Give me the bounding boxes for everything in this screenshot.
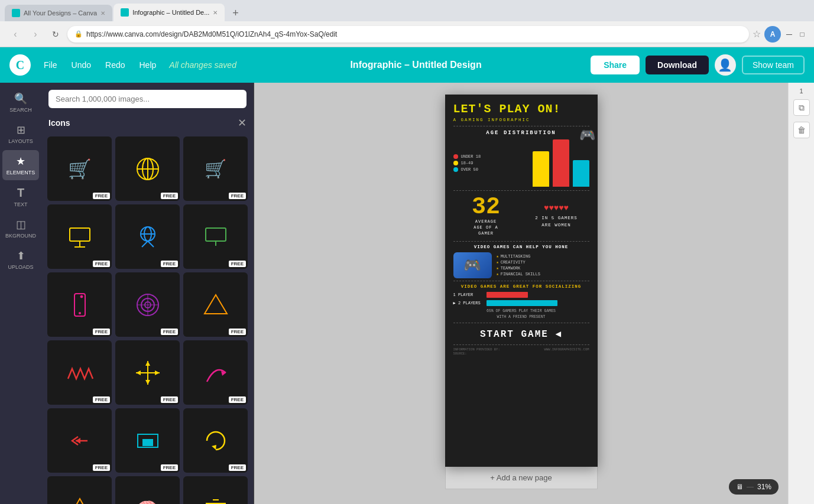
back-btn[interactable]: ‹ — [7, 26, 24, 43]
background-icon: ◫ — [16, 218, 26, 231]
icons-close-btn[interactable]: ✕ — [238, 118, 247, 128]
legend-dot-2 — [453, 161, 458, 165]
elements-icon: ★ — [16, 155, 25, 168]
forward-btn[interactable]: › — [27, 26, 44, 43]
search-input[interactable] — [48, 90, 247, 108]
icon-item-target[interactable]: FREE — [115, 272, 180, 337]
legend-label-1: UNDER 18 — [461, 154, 481, 159]
share-button[interactable]: Share — [591, 56, 640, 74]
legend-label-3: OVER 50 — [461, 167, 478, 172]
show-team-button[interactable]: Show team — [742, 56, 805, 74]
icon-item-triangle[interactable]: FREE — [183, 272, 248, 337]
logo-circle: C — [9, 54, 31, 76]
icon-item-cart[interactable]: 🛒 FREE — [47, 136, 112, 201]
free-badge: FREE — [229, 464, 246, 471]
url-text: https://www.canva.com/design/DAB2Md0M51Q… — [86, 30, 337, 38]
social-bar-fill-2 — [487, 300, 557, 306]
menu-help[interactable]: Help — [134, 57, 163, 73]
bookmark-btn[interactable]: ☆ — [753, 28, 761, 40]
sidebar-item-elements[interactable]: ★ ELEMENTS — [2, 150, 39, 180]
svg-rect-12 — [206, 228, 226, 241]
download-button[interactable]: Download — [646, 56, 709, 74]
icon-item-basket[interactable]: 🛒 FREE — [183, 136, 248, 201]
icon-item-arrows[interactable]: FREE — [115, 340, 180, 405]
sidebar-item-background[interactable]: ◫ BKGROUND — [2, 213, 39, 243]
panel-search-container — [41, 83, 254, 115]
ig-url: WWW.INFOGRAPHICSITE.COM — [544, 347, 589, 356]
profile-initial: A — [770, 30, 776, 38]
gamer-character: 🎮 — [579, 128, 595, 144]
skill-4: ★ FINANCIAL SKILLS — [497, 272, 540, 277]
new-tab-btn[interactable]: + — [227, 5, 244, 21]
sidebar-text-label: TEXT — [14, 201, 27, 207]
icon-item-globe2[interactable]: FREE — [115, 204, 180, 269]
icons-title: Icons — [48, 118, 70, 128]
svg-marker-34 — [69, 499, 91, 505]
sidebar-item-text[interactable]: T TEXT — [2, 181, 39, 212]
icons-header: Icons ✕ — [41, 115, 254, 133]
ig-title: LET'S PLAY ON! — [453, 103, 589, 116]
menu-file[interactable]: File — [38, 57, 63, 73]
icon-item-brain[interactable]: 🧠 FREE — [115, 476, 180, 504]
screen-icon: 🖥 — [736, 483, 743, 491]
menu-redo[interactable]: Redo — [99, 57, 131, 73]
profile-btn[interactable]: A — [764, 26, 781, 43]
tab-close-1[interactable]: ✕ — [100, 10, 105, 17]
icon-item-arrow-back[interactable]: FREE — [47, 408, 112, 473]
left-panel: Icons ✕ 🛒 FREE FREE 🛒 FR — [41, 83, 254, 504]
icon-item-trash[interactable]: FREE — [183, 476, 248, 504]
svg-point-16 — [80, 295, 83, 298]
canvas-page[interactable]: LET'S PLAY ON! A GAMING INFOGRAPHIC AGE … — [445, 95, 598, 467]
saved-indicator: All changes saved — [164, 57, 241, 73]
ig-women-stat: 2 IN 5 GAMERSARE WOMEN — [524, 215, 589, 229]
icon-item-globe[interactable]: FREE — [115, 136, 180, 201]
icon-item-monitor[interactable]: FREE — [47, 204, 112, 269]
maximize-btn[interactable]: □ — [797, 30, 807, 39]
sidebar-item-layouts[interactable]: ⊞ LAYOUTS — [2, 119, 39, 149]
social-bar-fill-1 — [487, 292, 528, 298]
svg-line-11 — [148, 241, 154, 247]
legend-dot-1 — [453, 154, 458, 159]
address-input[interactable]: 🔒 https://www.canva.com/design/DAB2Md0M5… — [67, 26, 749, 43]
icon-item-arrow-circle[interactable]: FREE — [183, 408, 248, 473]
zoom-bar[interactable]: 🖥 — 31% — [729, 479, 779, 495]
user-avatar[interactable]: 👤 — [715, 54, 736, 76]
icon-item-wave[interactable]: FREE — [47, 340, 112, 405]
ig-gamepad-img: 🎮 — [453, 252, 492, 278]
add-page-bar[interactable]: + Add a new page — [445, 467, 598, 489]
add-page-label: + Add a new page — [490, 473, 552, 482]
minimize-btn[interactable]: ─ — [784, 30, 794, 39]
icon-item-phone[interactable]: FREE — [47, 272, 112, 337]
address-bar: ‹ › ↻ 🔒 https://www.canva.com/design/DAB… — [0, 21, 814, 47]
tab-active[interactable]: Infographic – Untitled De... ✕ — [113, 4, 225, 21]
svg-rect-32 — [142, 439, 153, 446]
delete-page-btn[interactable]: 🗑 — [793, 122, 810, 138]
free-badge: FREE — [161, 261, 178, 267]
ig-social-bars: 1 PLAYER ▶ 2 PLAYERS — [453, 292, 589, 306]
svg-line-10 — [142, 241, 148, 247]
ig-hone-title: VIDEO GAMES CAN HELP YOU HONE — [453, 245, 589, 249]
icon-item-warning[interactable]: FREE — [47, 476, 112, 504]
icon-item-rect[interactable]: FREE — [115, 408, 180, 473]
sidebar-item-search[interactable]: 🔍 SEARCH — [2, 87, 39, 118]
svg-point-15 — [79, 312, 81, 314]
ig-big-number: 32 — [453, 196, 519, 219]
menu-undo[interactable]: Undo — [66, 57, 97, 73]
tab-favicon-1 — [12, 9, 20, 17]
sidebar-item-uploads[interactable]: ⬆ UPLOADS — [2, 245, 39, 275]
tab-close-2[interactable]: ✕ — [213, 9, 218, 16]
ig-age-title: AGE DISTRIBUTION — [453, 130, 589, 136]
tab-label-2: Infographic – Untitled De... — [132, 9, 209, 16]
main-area: 🔍 SEARCH ⊞ LAYOUTS ★ ELEMENTS T TEXT ◫ B… — [0, 83, 814, 504]
logo-letter: C — [16, 58, 24, 72]
reload-btn[interactable]: ↻ — [47, 26, 64, 43]
sidebar-background-label: BKGROUND — [5, 233, 36, 239]
skill-label-2: CREATIVITY — [501, 260, 526, 265]
tab-inactive[interactable]: All Your Designs – Canva ✕ — [5, 5, 112, 21]
icon-item-arrow-curved[interactable]: FREE — [183, 340, 248, 405]
ig-hearts: ♥♥♥♥♥ — [524, 203, 589, 213]
canva-logo[interactable]: C — [9, 54, 31, 76]
copy-page-btn[interactable]: ⧉ — [793, 99, 810, 116]
icon-item-monitor2[interactable]: FREE — [183, 204, 248, 269]
tab-favicon-2 — [121, 8, 129, 17]
